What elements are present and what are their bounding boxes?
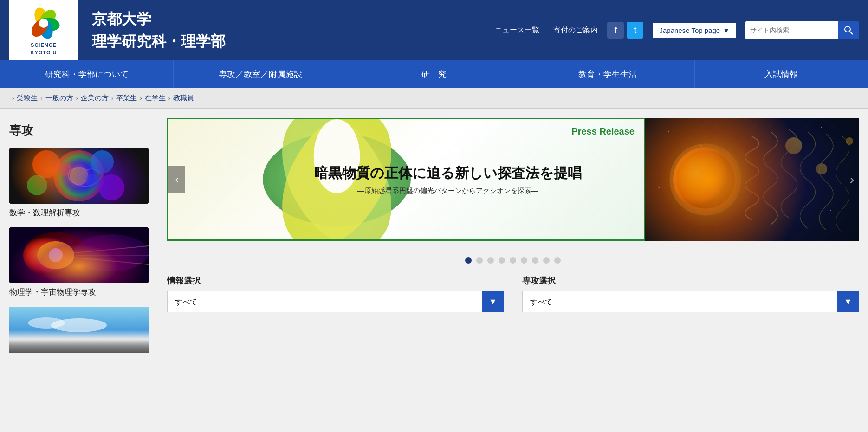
- dot-9[interactable]: [554, 257, 561, 264]
- site-header: SCIENCE KYOTO U 京都大学 理学研究科・理学部 ニュース一覧 寄付…: [0, 0, 868, 60]
- svg-point-42: [673, 147, 738, 212]
- arrow-1: ›: [40, 95, 42, 102]
- svg-point-40: [830, 210, 831, 211]
- subnav-alumni[interactable]: 卒業生: [116, 94, 137, 103]
- svg-point-6: [845, 26, 850, 32]
- logo-text-kyoto: KYOTO U: [31, 50, 57, 55]
- carousel-secondary-image: ›: [645, 118, 859, 241]
- dot-5[interactable]: [510, 257, 516, 264]
- specialty-select[interactable]: すべて: [522, 291, 837, 312]
- svg-point-15: [58, 162, 72, 176]
- prev-arrow-icon: ‹: [175, 174, 179, 185]
- svg-point-27: [28, 317, 65, 329]
- donation-link[interactable]: 寄付のご案内: [553, 26, 598, 35]
- japanese-top-dropdown-icon: ▼: [723, 26, 730, 34]
- svg-line-21: [74, 246, 149, 253]
- specialty-physics[interactable]: 物理学・宇宙物理学専攻: [9, 227, 149, 297]
- carousel-dots: [167, 250, 859, 271]
- svg-point-37: [821, 127, 822, 128]
- subnav-faculty[interactable]: 教職員: [173, 94, 194, 103]
- specialty-physics-label: 物理学・宇宙物理学専攻: [9, 287, 149, 297]
- main-nav: 研究科・学部について 専攻／教室／附属施設 研 究 教育・学生生活 入試情報: [0, 60, 868, 88]
- svg-point-43: [785, 137, 802, 154]
- japanese-top-button[interactable]: Japanese Top page ▼: [653, 23, 736, 38]
- svg-point-5: [39, 19, 48, 28]
- social-icons: f t: [607, 22, 643, 39]
- dot-1[interactable]: [465, 257, 472, 264]
- logo: SCIENCE KYOTO U: [23, 6, 65, 55]
- svg-rect-8: [9, 148, 149, 204]
- svg-point-39: [659, 187, 660, 188]
- dot-7[interactable]: [532, 257, 538, 264]
- svg-rect-34: [645, 118, 859, 241]
- svg-point-20: [49, 248, 63, 262]
- svg-line-7: [850, 32, 853, 34]
- carousel-secondary: ›: [645, 118, 859, 241]
- search-button[interactable]: [838, 21, 859, 39]
- svg-point-11: [98, 174, 124, 200]
- dot-6[interactable]: [521, 257, 527, 264]
- sidebar-title: 専攻: [9, 123, 149, 139]
- secondary-slide-svg: [645, 118, 859, 241]
- content-area: 専攻: [0, 109, 868, 376]
- slide-title: 暗黒物質の正体に迫る新しい探査法を提唱: [314, 164, 582, 182]
- left-sidebar: 専攻: [0, 109, 158, 376]
- arrow-3: ›: [111, 95, 113, 102]
- logo-area: SCIENCE KYOTO U: [9, 0, 78, 60]
- nav-courses[interactable]: 専攻／教室／附属施設: [174, 60, 347, 88]
- header-nav-links: ニュース一覧 寄付のご案内: [495, 26, 598, 35]
- dot-8[interactable]: [543, 257, 550, 264]
- svg-point-16: [86, 174, 100, 187]
- nav-admission[interactable]: 入試情報: [695, 60, 868, 88]
- svg-point-19: [37, 241, 74, 269]
- svg-point-18: [23, 232, 88, 278]
- specialty-physics-image: [9, 227, 149, 283]
- header-right: ニュース一覧 寄付のご案内 f t Japanese Top page ▼: [495, 21, 859, 39]
- specialty-math-image: [9, 148, 149, 204]
- nav-research[interactable]: 研 究: [347, 60, 521, 88]
- carousel-prev-button[interactable]: ‹: [168, 166, 185, 193]
- nav-about[interactable]: 研究科・学部について: [0, 60, 174, 88]
- arrow-2: ›: [76, 95, 78, 102]
- subnav-corporate[interactable]: 企業の方: [81, 94, 109, 103]
- search-input[interactable]: [745, 21, 838, 39]
- svg-point-13: [27, 175, 47, 195]
- specialty-math-label: 数学・数理解析専攻: [9, 207, 149, 218]
- twitter-icon[interactable]: t: [627, 22, 643, 39]
- info-select-wrapper: すべて ▼: [167, 291, 504, 312]
- info-filter-label: 情報選択: [167, 275, 504, 286]
- site-title: 京都大学 理学研究科・理学部: [92, 8, 495, 52]
- press-release-label: Press Release: [571, 126, 635, 137]
- search-icon: [844, 26, 853, 35]
- dot-4[interactable]: [499, 257, 505, 264]
- svg-point-38: [840, 155, 841, 155]
- info-filter-group: 情報選択 すべて ▼: [167, 275, 504, 312]
- fractal-svg: [9, 148, 149, 204]
- specialty-select-wrapper: すべて ▼: [522, 291, 859, 312]
- specialty-filter-label: 専攻選択: [522, 275, 859, 286]
- subnav-general[interactable]: 一般の方: [45, 94, 73, 103]
- kyodai-logo-svg: [23, 6, 65, 40]
- carousel-slide: Press Release 暗黒物質の正体に迫る新しい探査法を提唱 ―原始惑星系…: [168, 119, 644, 239]
- svg-point-9: [53, 150, 104, 201]
- svg-point-14: [70, 167, 88, 185]
- dot-2[interactable]: [476, 257, 483, 264]
- carousel-wrapper: Press Release 暗黒物質の正体に迫る新しい探査法を提唱 ―原始惑星系…: [167, 118, 859, 241]
- specialty-math[interactable]: 数学・数理解析専攻: [9, 148, 149, 218]
- specialty-third[interactable]: [9, 307, 149, 353]
- svg-point-41: [673, 147, 738, 212]
- facebook-icon[interactable]: f: [607, 22, 624, 39]
- logo-text-science: SCIENCE: [31, 42, 57, 48]
- svg-point-45: [846, 137, 853, 145]
- next-arrow-right-icon[interactable]: ›: [850, 172, 854, 187]
- nav-education[interactable]: 教育・学生生活: [521, 60, 695, 88]
- news-link[interactable]: ニュース一覧: [495, 26, 539, 35]
- specialty-select-arrow: ▼: [837, 291, 859, 312]
- info-select[interactable]: すべて: [167, 291, 482, 312]
- filter-section: 情報選択 すべて ▼ 専攻選択 すべて: [167, 271, 859, 317]
- slide-subtitle: ―原始惑星系円盤の偏光パターンからアクシオンを探索―: [314, 187, 582, 195]
- dot-3[interactable]: [487, 257, 494, 264]
- subnav-students[interactable]: 在学生: [145, 94, 166, 103]
- subnav-exam[interactable]: 受験生: [17, 94, 38, 103]
- specialty-dropdown-icon: ▼: [844, 297, 852, 307]
